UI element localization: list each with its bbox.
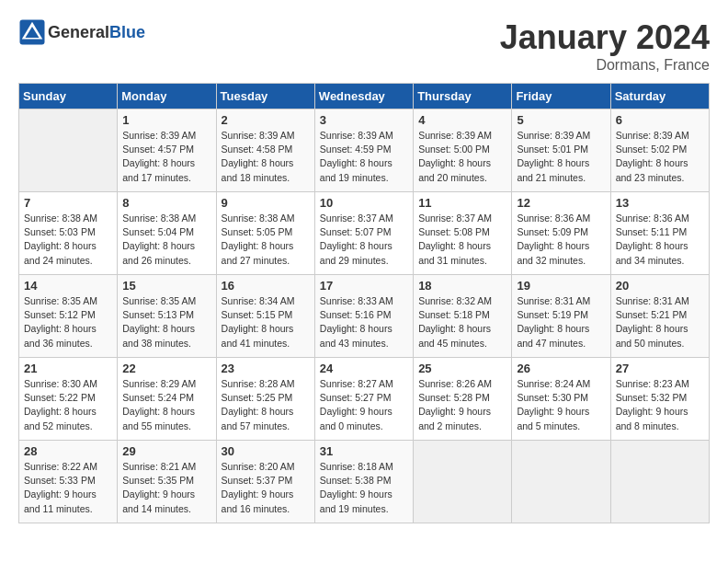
day-number: 16	[222, 279, 310, 293]
day-info: Sunrise: 8:20 AMSunset: 5:37 PMDaylight:…	[222, 460, 310, 516]
calendar-cell: 3Sunrise: 8:39 AMSunset: 4:59 PMDaylight…	[314, 109, 413, 192]
day-number: 17	[320, 279, 408, 293]
day-number: 8	[122, 196, 210, 210]
calendar-week-row: 21Sunrise: 8:30 AMSunset: 5:22 PMDayligh…	[19, 358, 710, 441]
weekday-header: Sunday	[19, 84, 118, 109]
calendar-cell: 23Sunrise: 8:28 AMSunset: 5:25 PMDayligh…	[216, 358, 314, 441]
calendar-cell: 5Sunrise: 8:39 AMSunset: 5:01 PMDaylight…	[512, 109, 610, 192]
location-title: Dormans, France	[500, 57, 710, 74]
calendar-body: 1Sunrise: 8:39 AMSunset: 4:57 PMDaylight…	[19, 109, 710, 523]
day-number: 22	[122, 362, 210, 375]
day-info: Sunrise: 8:39 AMSunset: 5:02 PMDaylight:…	[616, 129, 704, 185]
day-number: 30	[222, 444, 310, 458]
calendar-cell	[610, 441, 709, 523]
calendar-cell: 26Sunrise: 8:24 AMSunset: 5:30 PMDayligh…	[512, 358, 610, 441]
calendar-cell: 7Sunrise: 8:38 AMSunset: 5:03 PMDaylight…	[19, 192, 118, 275]
day-info: Sunrise: 8:28 AMSunset: 5:25 PMDaylight:…	[222, 377, 310, 433]
calendar-week-row: 28Sunrise: 8:22 AMSunset: 5:33 PMDayligh…	[19, 441, 710, 523]
day-number: 5	[517, 113, 605, 127]
calendar-cell: 15Sunrise: 8:35 AMSunset: 5:13 PMDayligh…	[118, 275, 216, 358]
day-number: 6	[616, 113, 704, 127]
calendar-header-row: SundayMondayTuesdayWednesdayThursdayFrid…	[19, 84, 710, 109]
day-info: Sunrise: 8:36 AMSunset: 5:09 PMDaylight:…	[517, 212, 605, 268]
calendar-cell: 22Sunrise: 8:29 AMSunset: 5:24 PMDayligh…	[118, 358, 216, 441]
logo-general: General	[48, 23, 109, 41]
logo-blue: Blue	[109, 23, 145, 41]
day-info: Sunrise: 8:33 AMSunset: 5:16 PMDaylight:…	[320, 294, 408, 350]
day-info: Sunrise: 8:23 AMSunset: 5:32 PMDaylight:…	[616, 377, 704, 433]
day-number: 29	[122, 444, 210, 458]
calendar-cell: 24Sunrise: 8:27 AMSunset: 5:27 PMDayligh…	[314, 358, 413, 441]
day-info: Sunrise: 8:27 AMSunset: 5:27 PMDaylight:…	[320, 377, 408, 433]
day-number: 23	[222, 362, 310, 375]
day-info: Sunrise: 8:38 AMSunset: 5:03 PMDaylight:…	[24, 212, 112, 268]
day-number: 12	[517, 196, 605, 210]
calendar-cell: 12Sunrise: 8:36 AMSunset: 5:09 PMDayligh…	[512, 192, 610, 275]
day-number: 14	[24, 279, 112, 293]
calendar-cell: 10Sunrise: 8:37 AMSunset: 5:07 PMDayligh…	[314, 192, 413, 275]
day-info: Sunrise: 8:30 AMSunset: 5:22 PMDaylight:…	[24, 377, 112, 433]
day-info: Sunrise: 8:31 AMSunset: 5:21 PMDaylight:…	[616, 294, 704, 350]
calendar-cell: 16Sunrise: 8:34 AMSunset: 5:15 PMDayligh…	[216, 275, 314, 358]
calendar-cell: 11Sunrise: 8:37 AMSunset: 5:08 PMDayligh…	[414, 192, 512, 275]
day-number: 26	[517, 362, 605, 375]
calendar-cell: 6Sunrise: 8:39 AMSunset: 5:02 PMDaylight…	[610, 109, 709, 192]
calendar-cell: 8Sunrise: 8:38 AMSunset: 5:04 PMDaylight…	[118, 192, 216, 275]
weekday-header: Friday	[512, 84, 610, 109]
day-number: 7	[24, 196, 112, 210]
calendar-table: SundayMondayTuesdayWednesdayThursdayFrid…	[18, 83, 710, 523]
calendar-cell	[414, 441, 512, 523]
day-info: Sunrise: 8:36 AMSunset: 5:11 PMDaylight:…	[616, 212, 704, 268]
calendar-cell: 31Sunrise: 8:18 AMSunset: 5:38 PMDayligh…	[314, 441, 413, 523]
day-number: 11	[418, 196, 506, 210]
calendar-week-row: 14Sunrise: 8:35 AMSunset: 5:12 PMDayligh…	[19, 275, 710, 358]
calendar-cell	[19, 109, 118, 192]
day-number: 18	[418, 279, 506, 293]
day-number: 2	[222, 113, 310, 127]
weekday-header: Monday	[118, 84, 216, 109]
calendar-cell: 21Sunrise: 8:30 AMSunset: 5:22 PMDayligh…	[19, 358, 118, 441]
calendar-cell: 20Sunrise: 8:31 AMSunset: 5:21 PMDayligh…	[610, 275, 709, 358]
day-number: 13	[616, 196, 704, 210]
day-info: Sunrise: 8:21 AMSunset: 5:35 PMDaylight:…	[122, 460, 210, 516]
weekday-header: Tuesday	[216, 84, 314, 109]
day-number: 15	[122, 279, 210, 293]
day-number: 20	[616, 279, 704, 293]
day-number: 21	[24, 362, 112, 375]
day-info: Sunrise: 8:38 AMSunset: 5:05 PMDaylight:…	[222, 212, 310, 268]
calendar-cell: 4Sunrise: 8:39 AMSunset: 5:00 PMDaylight…	[414, 109, 512, 192]
title-area: January 2024 Dormans, France	[500, 18, 710, 74]
day-info: Sunrise: 8:29 AMSunset: 5:24 PMDaylight:…	[122, 377, 210, 433]
day-number: 27	[616, 362, 704, 375]
day-number: 24	[320, 362, 408, 375]
day-info: Sunrise: 8:31 AMSunset: 5:19 PMDaylight:…	[517, 294, 605, 350]
weekday-header: Wednesday	[314, 84, 413, 109]
day-number: 9	[222, 196, 310, 210]
header: GeneralBlue January 2024 Dormans, France	[18, 18, 710, 74]
day-number: 4	[418, 113, 506, 127]
calendar-cell: 30Sunrise: 8:20 AMSunset: 5:37 PMDayligh…	[216, 441, 314, 523]
weekday-header: Thursday	[414, 84, 512, 109]
day-info: Sunrise: 8:35 AMSunset: 5:13 PMDaylight:…	[122, 294, 210, 350]
calendar-cell: 25Sunrise: 8:26 AMSunset: 5:28 PMDayligh…	[414, 358, 512, 441]
day-number: 10	[320, 196, 408, 210]
calendar-cell: 18Sunrise: 8:32 AMSunset: 5:18 PMDayligh…	[414, 275, 512, 358]
day-info: Sunrise: 8:37 AMSunset: 5:08 PMDaylight:…	[418, 212, 506, 268]
day-number: 31	[320, 444, 408, 458]
calendar-week-row: 1Sunrise: 8:39 AMSunset: 4:57 PMDaylight…	[19, 109, 710, 192]
general-blue-icon	[18, 18, 46, 46]
day-number: 3	[320, 113, 408, 127]
day-info: Sunrise: 8:39 AMSunset: 4:58 PMDaylight:…	[222, 129, 310, 185]
calendar-cell	[512, 441, 610, 523]
calendar-cell: 14Sunrise: 8:35 AMSunset: 5:12 PMDayligh…	[19, 275, 118, 358]
day-info: Sunrise: 8:38 AMSunset: 5:04 PMDaylight:…	[122, 212, 210, 268]
calendar-cell: 29Sunrise: 8:21 AMSunset: 5:35 PMDayligh…	[118, 441, 216, 523]
calendar-cell: 2Sunrise: 8:39 AMSunset: 4:58 PMDaylight…	[216, 109, 314, 192]
calendar-cell: 9Sunrise: 8:38 AMSunset: 5:05 PMDaylight…	[216, 192, 314, 275]
month-title: January 2024	[500, 18, 710, 57]
day-info: Sunrise: 8:35 AMSunset: 5:12 PMDaylight:…	[24, 294, 112, 350]
calendar-cell: 19Sunrise: 8:31 AMSunset: 5:19 PMDayligh…	[512, 275, 610, 358]
logo: GeneralBlue	[18, 18, 145, 46]
day-info: Sunrise: 8:37 AMSunset: 5:07 PMDaylight:…	[320, 212, 408, 268]
day-info: Sunrise: 8:26 AMSunset: 5:28 PMDaylight:…	[418, 377, 506, 433]
